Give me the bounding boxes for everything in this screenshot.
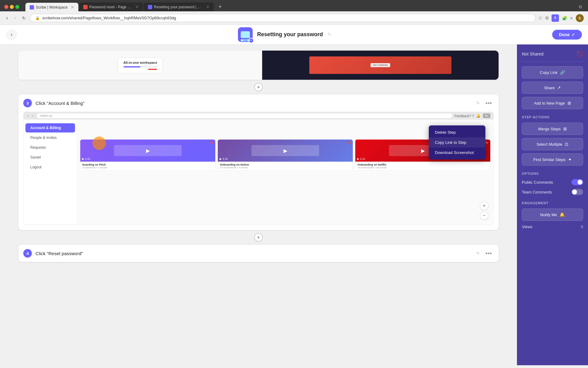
zoom-controls: + − — [480, 201, 488, 220]
select-multiple-button[interactable]: Select Multiple ⊡ — [522, 138, 583, 150]
bell-icon: 🔔 — [560, 212, 565, 217]
lock-icon: 🔒 — [35, 16, 40, 20]
views-row: Views 0 — [522, 224, 583, 229]
tab-1-label: Scribe | Workspace — [36, 5, 68, 10]
back-button[interactable]: ‹ — [4, 14, 10, 22]
tab-3[interactable]: Resetting your password | Scri... ✕ — [144, 2, 214, 11]
orange-cursor-indicator — [92, 136, 106, 150]
step-4-number: 4 — [23, 249, 32, 258]
window-restore-icon[interactable]: ⧉ — [579, 4, 582, 10]
inner-ac-btn[interactable]: Ac — [483, 113, 490, 118]
tab-2-label: Password reset - Page Flows — [89, 5, 132, 9]
puzzle-icon[interactable]: 🧩 — [562, 16, 567, 21]
step-actions-title: STEP ACTIONS — [522, 115, 583, 119]
edit-title-icon[interactable]: ✎ — [327, 32, 331, 37]
step-3-title: Click "Account & Billing" — [36, 101, 473, 106]
inner-toolbar-icons: 🔔 — [476, 114, 481, 118]
not-shared-label: Not Shared — [522, 52, 544, 56]
inner-sidebar-item-account[interactable]: Account & Billing — [25, 123, 75, 132]
browser-chrome: Scribe | Workspace ✕ Password reset - Pa… — [0, 0, 588, 25]
tab-1[interactable]: Scribe | Workspace ✕ — [25, 3, 78, 12]
page-title: Resetting your password — [257, 31, 323, 38]
close-window-btn[interactable] — [4, 5, 8, 9]
views-label: Views — [522, 224, 532, 229]
url-text: scribehow.com/shared/Pageflows_Workflow_… — [42, 16, 176, 20]
step-4-edit-icon[interactable]: ✎ — [476, 251, 480, 256]
new-tab-button[interactable]: + — [216, 2, 225, 11]
main-content: All-in-one workspace GET STARTED + — [0, 44, 517, 365]
step-4-card: 4 Click "Reset password" ✎ ••• — [18, 245, 499, 262]
team-comments-row: Team Comments — [522, 189, 583, 195]
step-3-header: 3 Click "Account & Billing" ✎ ••• — [18, 94, 499, 112]
add-step-divider-1: + — [18, 83, 499, 91]
step-3-screenshot: ← → notion.so Feedback? ? 🔔 Ac — [23, 112, 494, 225]
team-comments-label: Team Comments — [522, 190, 552, 194]
external-link-icon: ↗ — [557, 85, 561, 90]
step-3-edit-icon[interactable]: ✎ — [476, 101, 480, 105]
context-menu-item-delete[interactable]: Delete Step — [429, 127, 485, 137]
step2-screenshot-card: All-in-one workspace GET STARTED — [18, 51, 499, 80]
tab-1-favicon — [30, 5, 34, 10]
public-comments-toggle[interactable] — [571, 179, 583, 185]
public-comments-label: Public Comments — [522, 180, 553, 185]
reload-button[interactable]: ↻ — [20, 15, 28, 21]
profile-menu-icon[interactable]: ≡ — [570, 16, 573, 21]
app-toolbar: ‹ ✎ Edit Resetting your password ✎ Done … — [0, 25, 588, 44]
app-back-button[interactable]: ‹ — [6, 29, 17, 40]
inner-feedback-label[interactable]: Feedback? ? — [454, 114, 474, 118]
options-section: OPTIONS Public Comments Team Comments — [522, 172, 583, 195]
inner-sidebar-item-logout[interactable]: Logout — [25, 163, 75, 172]
maximize-window-btn[interactable] — [15, 5, 19, 9]
tab-2-close[interactable]: ✕ — [135, 5, 139, 9]
tab-1-close[interactable]: ✕ — [71, 5, 74, 10]
top-preview-right: GET STARTED — [262, 51, 499, 80]
video-card-2: ▶ 3:16 🔖 ▶ — [218, 140, 353, 171]
step-4-more-btn[interactable]: ••• — [484, 249, 494, 258]
minimize-window-btn[interactable] — [10, 5, 14, 9]
add-to-page-button[interactable]: Add to New Page ⊞ — [522, 97, 583, 109]
link-icon: 🔗 — [560, 70, 565, 75]
toolbar-center: ✎ Edit Resetting your password ✎ — [17, 27, 552, 42]
step-3-card: 3 Click "Account & Billing" ✎ ••• ← → no… — [18, 94, 499, 230]
zoom-in-btn[interactable]: + — [480, 201, 488, 210]
merge-icon: ⊞ — [563, 126, 567, 131]
step-actions-section: STEP ACTIONS Merge Steps ⊞ Select Multip… — [522, 115, 583, 166]
context-menu: Delete Step Copy Link to Step Download S… — [429, 125, 485, 159]
step-3-more-btn[interactable]: ••• — [484, 99, 494, 107]
share-button[interactable]: Share ↗ — [522, 82, 583, 94]
address-bar[interactable]: 🔒 scribehow.com/shared/Pageflows_Workflo… — [30, 14, 536, 22]
inner-sidebar-item-requests[interactable]: Requests — [25, 143, 75, 152]
step-4-title: Click "Reset password" — [36, 251, 473, 256]
tab-bar: Scribe | Workspace ✕ Password reset - Pa… — [0, 0, 588, 11]
forward-button[interactable]: › — [12, 14, 18, 22]
engagement-title: ENGAGEMENT — [522, 201, 583, 205]
options-title: OPTIONS — [522, 172, 583, 175]
select-icon: ⊡ — [565, 142, 568, 147]
step-4-header: 4 Click "Reset password" ✎ ••• — [18, 245, 499, 262]
tab-3-close[interactable]: ✕ — [206, 5, 209, 9]
inner-sidebar-item-saved[interactable]: Saved — [25, 153, 75, 162]
merge-steps-button[interactable]: Merge Steps ⊞ — [522, 123, 583, 135]
sharing-status: Not Shared 🚫 — [522, 51, 583, 62]
star-similar-icon: ✦ — [568, 157, 572, 162]
profile-avatar[interactable]: S — [576, 14, 584, 22]
team-comments-toggle[interactable] — [571, 189, 583, 195]
inner-sidebar-item-people[interactable]: People & invites — [25, 133, 75, 142]
done-button[interactable]: Done ✓ — [552, 30, 582, 40]
top-preview-left: All-in-one workspace — [18, 51, 262, 80]
extensions-icon[interactable]: ⧉ — [545, 15, 548, 21]
zoom-out-btn[interactable]: − — [480, 211, 488, 220]
copy-link-button[interactable]: Copy Link 🔗 — [522, 66, 583, 79]
star-icon[interactable]: ☆ — [538, 15, 542, 21]
scribe-ext-icon[interactable]: S — [552, 14, 559, 22]
tab-2-favicon — [83, 5, 88, 9]
nav-bar: ‹ › ↻ 🔒 scribehow.com/shared/Pageflows_W… — [0, 11, 588, 25]
add-step-btn-1[interactable]: + — [254, 83, 263, 91]
tab-2[interactable]: Password reset - Page Flows ✕ — [79, 2, 143, 11]
add-step-btn-2[interactable]: + — [254, 233, 263, 242]
context-menu-item-download[interactable]: Download Screenshot — [429, 148, 485, 158]
find-similar-button[interactable]: Find Similar Steps ✦ — [522, 153, 583, 166]
context-menu-item-copy-link[interactable]: Copy Link to Step — [429, 137, 485, 148]
not-shared-icon: 🚫 — [576, 51, 583, 57]
notify-me-button[interactable]: Notify Me 🔔 — [522, 209, 583, 221]
